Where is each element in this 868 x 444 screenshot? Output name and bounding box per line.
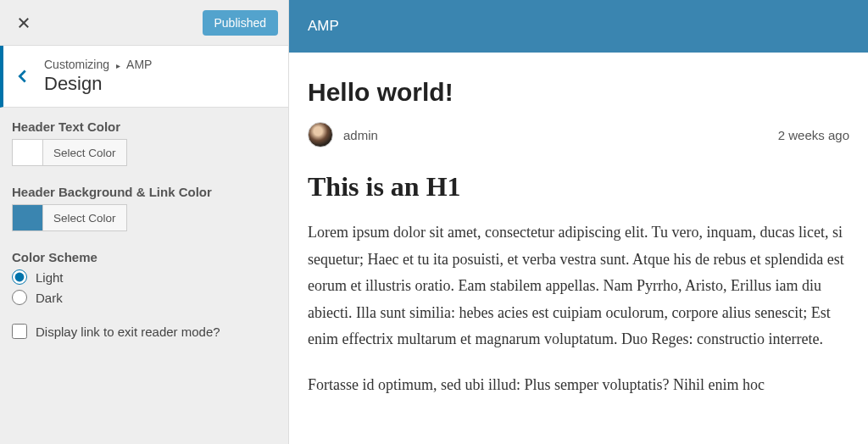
- close-icon: [16, 15, 31, 31]
- content-heading-1: This is an H1: [308, 171, 849, 203]
- preview-pane: AMP Hello world! admin 2 weeks ago This …: [289, 0, 868, 444]
- chevron-right-icon: ▸: [116, 61, 120, 70]
- section-title: Design: [44, 73, 152, 95]
- color-scheme-radio-light[interactable]: [12, 269, 27, 285]
- preview-header: AMP: [289, 0, 868, 53]
- publish-button[interactable]: Published: [203, 10, 279, 36]
- header-bg-color-swatch[interactable]: [12, 204, 42, 231]
- color-scheme-label: Color Scheme: [12, 250, 276, 264]
- back-button[interactable]: [10, 64, 39, 89]
- preview-body[interactable]: Hello world! admin 2 weeks ago This is a…: [289, 53, 868, 444]
- color-scheme-radio-dark[interactable]: [12, 290, 27, 305]
- chevron-left-icon: [14, 67, 32, 86]
- close-button[interactable]: [10, 9, 37, 36]
- header-text-color-label: Header Text Color: [12, 119, 276, 134]
- exit-reader-checkbox[interactable]: [12, 324, 27, 339]
- breadcrumb-path: Customizing ▸ AMP: [44, 58, 152, 71]
- post-meta: admin 2 weeks ago: [308, 122, 849, 147]
- color-scheme-option-label: Dark: [36, 291, 63, 305]
- avatar: [308, 122, 333, 147]
- customizer-sidebar: Published Customizing ▸ AMP Design Heade…: [0, 0, 289, 444]
- header-bg-color-field: Header Background & Link Color Select Co…: [12, 185, 276, 231]
- author-name: admin: [343, 128, 378, 142]
- header-text-color-field: Header Text Color Select Color: [12, 119, 276, 166]
- sidebar-top-bar: Published: [0, 0, 288, 46]
- post-content: This is an H1 Lorem ipsum dolor sit amet…: [308, 171, 849, 398]
- color-scheme-field: Color Scheme Light Dark: [12, 250, 276, 305]
- content-paragraph: Lorem ipsum dolor sit amet, consectetur …: [308, 219, 849, 353]
- color-scheme-option-light[interactable]: Light: [12, 269, 276, 285]
- controls-panel: Header Text Color Select Color Header Ba…: [0, 108, 288, 339]
- content-paragraph: Fortasse id optimum, sed ubi illud: Plus…: [308, 372, 849, 399]
- color-scheme-option-dark[interactable]: Dark: [12, 290, 276, 305]
- header-text-color-button[interactable]: Select Color: [42, 139, 127, 166]
- exit-reader-label: Display link to exit reader mode?: [36, 325, 220, 339]
- breadcrumb: Customizing ▸ AMP Design: [0, 46, 288, 108]
- preview-header-title: AMP: [308, 18, 339, 35]
- post-title: Hello world!: [308, 78, 849, 107]
- header-bg-color-button[interactable]: Select Color: [42, 204, 127, 231]
- breadcrumb-current: AMP: [126, 58, 152, 71]
- header-text-color-swatch[interactable]: [12, 139, 42, 166]
- breadcrumb-parent: Customizing: [44, 58, 109, 71]
- header-bg-color-label: Header Background & Link Color: [12, 185, 276, 199]
- post-date: 2 weeks ago: [778, 128, 849, 142]
- exit-reader-checkbox-row[interactable]: Display link to exit reader mode?: [12, 324, 276, 339]
- color-scheme-option-label: Light: [36, 270, 64, 285]
